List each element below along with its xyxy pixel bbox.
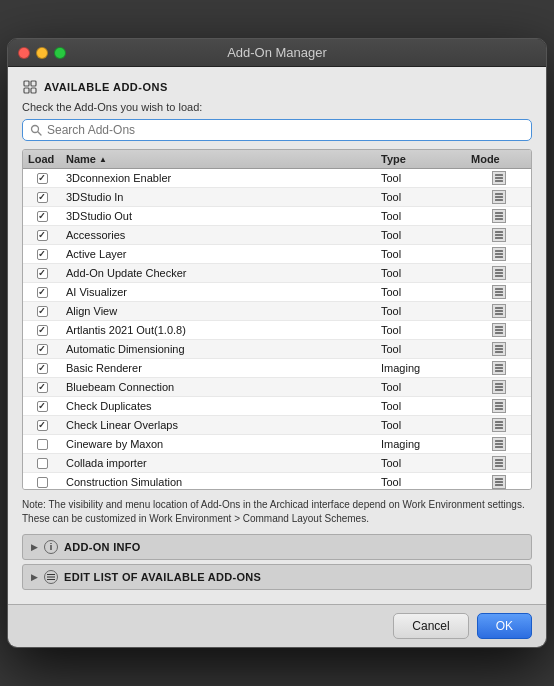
mode-cell[interactable]	[466, 264, 531, 282]
svg-rect-32	[495, 332, 503, 334]
close-button[interactable]	[18, 47, 30, 59]
mode-icon[interactable]	[492, 323, 506, 337]
mode-icon[interactable]	[492, 437, 506, 451]
mode-cell[interactable]	[466, 283, 531, 301]
load-cell[interactable]	[23, 302, 61, 320]
mode-icon[interactable]	[492, 304, 506, 318]
mode-icon[interactable]	[492, 228, 506, 242]
svg-rect-7	[495, 177, 503, 179]
svg-rect-13	[495, 215, 503, 217]
load-cell[interactable]	[23, 378, 61, 396]
mode-icon[interactable]	[492, 475, 506, 489]
load-cell[interactable]	[23, 188, 61, 206]
mode-cell[interactable]	[466, 435, 531, 453]
minimize-button[interactable]	[36, 47, 48, 59]
load-cell[interactable]	[23, 435, 61, 453]
type-cell: Tool	[376, 264, 466, 282]
mode-icon[interactable]	[492, 342, 506, 356]
svg-rect-34	[495, 348, 503, 350]
load-checkbox[interactable]	[37, 287, 48, 298]
table-row: Cineware by MaxonImaging	[23, 435, 531, 454]
mode-cell[interactable]	[466, 321, 531, 339]
mode-icon[interactable]	[492, 209, 506, 223]
svg-rect-14	[495, 218, 503, 220]
type-cell: Tool	[376, 207, 466, 225]
load-checkbox[interactable]	[37, 420, 48, 431]
window-controls	[18, 47, 66, 59]
mode-icon[interactable]	[492, 247, 506, 261]
load-cell[interactable]	[23, 207, 61, 225]
name-cell: Automatic Dimensioning	[61, 340, 376, 358]
load-checkbox[interactable]	[37, 173, 48, 184]
load-cell[interactable]	[23, 340, 61, 358]
load-cell[interactable]	[23, 359, 61, 377]
load-checkbox[interactable]	[37, 306, 48, 317]
col-name[interactable]: Name	[61, 150, 376, 168]
mode-icon[interactable]	[492, 266, 506, 280]
mode-icon[interactable]	[492, 171, 506, 185]
load-cell[interactable]	[23, 169, 61, 187]
load-checkbox[interactable]	[37, 192, 48, 203]
name-cell: Bluebeam Connection	[61, 378, 376, 396]
mode-cell[interactable]	[466, 340, 531, 358]
mode-icon[interactable]	[492, 456, 506, 470]
svg-line-5	[38, 132, 41, 135]
load-cell[interactable]	[23, 226, 61, 244]
mode-icon[interactable]	[492, 418, 506, 432]
load-checkbox[interactable]	[37, 382, 48, 393]
name-cell: 3Dconnexion Enabler	[61, 169, 376, 187]
load-checkbox[interactable]	[37, 363, 48, 374]
svg-rect-36	[495, 364, 503, 366]
table-row: Automatic DimensioningTool	[23, 340, 531, 359]
svg-rect-12	[495, 212, 503, 214]
mode-icon[interactable]	[492, 399, 506, 413]
type-cell: Tool	[376, 378, 466, 396]
mode-cell[interactable]	[466, 207, 531, 225]
load-checkbox[interactable]	[37, 249, 48, 260]
load-cell[interactable]	[23, 245, 61, 263]
mode-cell[interactable]	[466, 188, 531, 206]
load-cell[interactable]	[23, 264, 61, 282]
search-input[interactable]	[47, 123, 524, 137]
mode-cell[interactable]	[466, 416, 531, 434]
mode-icon[interactable]	[492, 285, 506, 299]
mode-cell[interactable]	[466, 378, 531, 396]
svg-rect-51	[495, 459, 503, 461]
mode-cell[interactable]	[466, 245, 531, 263]
name-cell: Check Duplicates	[61, 397, 376, 415]
mode-cell[interactable]	[466, 226, 531, 244]
load-cell[interactable]	[23, 416, 61, 434]
addon-info-section[interactable]: ▶ i ADD-ON INFO	[22, 534, 532, 560]
load-checkbox[interactable]	[37, 344, 48, 355]
mode-cell[interactable]	[466, 473, 531, 489]
load-checkbox[interactable]	[37, 325, 48, 336]
table-row: Collada importerTool	[23, 454, 531, 473]
load-cell[interactable]	[23, 473, 61, 489]
mode-cell[interactable]	[466, 302, 531, 320]
mode-cell[interactable]	[466, 454, 531, 472]
load-cell[interactable]	[23, 321, 61, 339]
load-checkbox[interactable]	[37, 211, 48, 222]
load-checkbox[interactable]	[37, 477, 48, 488]
edit-list-section[interactable]: ▶ EDIT LIST OF AVAILABLE ADD-ONS	[22, 564, 532, 590]
table-row: Add-On Update CheckerTool	[23, 264, 531, 283]
load-checkbox[interactable]	[37, 439, 48, 450]
maximize-button[interactable]	[54, 47, 66, 59]
load-cell[interactable]	[23, 454, 61, 472]
mode-icon[interactable]	[492, 190, 506, 204]
mode-icon[interactable]	[492, 361, 506, 375]
svg-rect-20	[495, 256, 503, 258]
load-checkbox[interactable]	[37, 230, 48, 241]
mode-cell[interactable]	[466, 397, 531, 415]
mode-cell[interactable]	[466, 359, 531, 377]
mode-cell[interactable]	[466, 169, 531, 187]
mode-icon[interactable]	[492, 380, 506, 394]
load-checkbox[interactable]	[37, 268, 48, 279]
load-checkbox[interactable]	[37, 401, 48, 412]
col-type[interactable]: Type	[376, 150, 466, 168]
load-checkbox[interactable]	[37, 458, 48, 469]
load-cell[interactable]	[23, 283, 61, 301]
cancel-button[interactable]: Cancel	[393, 613, 468, 639]
ok-button[interactable]: OK	[477, 613, 532, 639]
load-cell[interactable]	[23, 397, 61, 415]
